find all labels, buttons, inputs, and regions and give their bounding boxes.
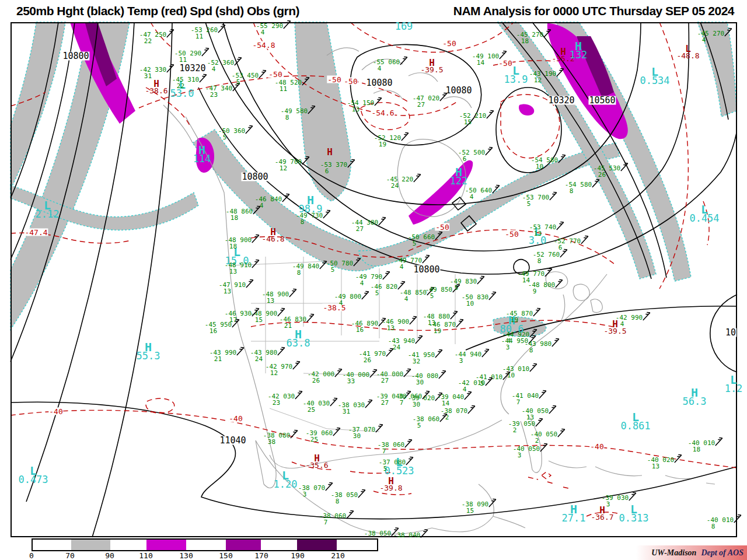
obs-station: -38 0703 [298,485,325,498]
wind-barb-icon [414,334,425,345]
speed-center-l: L13.9 [504,67,528,85]
temp-contour-label: -54.8 [252,41,275,49]
obs-station: -49 8305 [450,278,477,291]
obs-station: -38 040 [393,532,420,538]
obs-station: -55 2904 [256,23,283,36]
wind-barb-icon [539,442,550,453]
speed-center-l: L0.534 [640,68,669,86]
obs-station: -37 0805 [379,459,406,472]
obs-station: -45 31022 [172,76,199,89]
obs-station: -46 93017 [225,310,252,323]
wind-barb-icon [591,177,602,189]
temp-center-h: H-36.7 [591,507,613,521]
speed-center-h: H122 [450,169,468,186]
wind-barb-icon [282,19,294,30]
wind-barb-icon [404,455,416,467]
temp-center-h: H-35.6 [305,455,328,469]
wind-barb-icon [244,124,256,135]
temp-contour-label: -50 [327,76,341,83]
obs-station: -47 25022 [139,32,166,44]
wind-barb-icon [306,104,318,116]
obs-station: -40 08030 [411,373,438,386]
wind-barb-icon [673,453,685,464]
obs-station: -46 90013 [382,318,409,331]
speed-center-h: H63.8 [287,331,310,348]
wind-barb-icon [357,488,368,499]
obs-station: -38 03031 [338,402,365,415]
wind-barb-icon [555,220,567,232]
wind-barb-icon [619,161,631,173]
wind-barb-icon [485,108,497,120]
obs-station: -45 27018 [516,32,543,44]
colorbar-segment [337,540,377,550]
wind-barb-icon [345,509,357,520]
obs-station: -54 15013 [347,100,374,113]
obs-station: -38 09015 [462,501,488,514]
wind-barb-icon [408,314,420,326]
wind-barb-icon [543,267,555,278]
wind-barb-icon [438,91,450,103]
obs-station: -53 26011 [191,27,218,40]
height-contour-label: 10 [725,328,736,337]
speed-colorbar [32,538,378,551]
wind-barb-icon [233,55,245,67]
credit-dept: Dept of AOS [701,548,743,558]
obs-station: -38 050 [364,530,391,537]
obs-station: -42 33031 [139,66,166,79]
wind-barb-icon [301,155,312,166]
colorbar-segment [146,540,187,550]
obs-station: -49 8408 [292,263,319,276]
wind-barb-icon [250,306,262,318]
wind-barb-icon [324,481,336,492]
wind-barb-icon [723,26,735,38]
obs-station: -43 94024 [388,338,415,351]
obs-station: -52 3604 [207,60,234,72]
wind-barb-icon [437,369,449,380]
wind-barb-icon [381,270,393,281]
wind-barb-icon [438,412,450,424]
obs-station: -54 58010 [531,157,558,170]
obs-station: -46 87019 [429,321,456,334]
colorbar-tick-label: 70 [65,551,75,560]
speed-center-h: H114 [193,146,211,164]
temp-center-h: H-38.6 [145,80,167,94]
obs-station: -52 5006 [458,149,485,162]
speed-center-l: L1.2 [725,376,743,394]
wind-barb-icon [434,348,445,359]
speed-center-l: L0.861 [620,414,650,431]
temp-contour-label: -50 [343,78,358,85]
speed-center-h: H27.1 [562,506,586,523]
obs-station: -42 9904 [616,314,643,327]
wind-barb-icon [250,233,262,244]
wind-barb-icon [294,389,305,401]
obs-station: -45 22024 [386,176,413,189]
wind-barb-icon [537,388,549,400]
obs-station: -48 91013 [225,262,252,275]
obs-station: -48 52011 [275,79,302,92]
obs-station: -44 38027 [351,219,378,232]
obs-station: -49 70012 [275,159,302,172]
obs-station: -50 7805 [326,260,353,273]
obs-station: -48 86018 [226,208,253,221]
obs-station: -52 7608 [533,251,560,264]
wind-barb-icon [217,23,228,34]
temp-contour-label: -47.4 [24,229,48,236]
obs-station: -45 87019 [506,310,533,323]
wind-barb-icon [276,345,288,357]
obs-station: -50 6605 [408,234,435,247]
temp-contour-label: -50 [268,71,282,78]
wind-barb-icon [257,68,269,80]
colorbar-segment [186,540,226,550]
wind-barb-icon [484,145,495,157]
wind-barb-icon [466,404,478,415]
obs-station: -48 90018 [225,237,252,250]
colorbar-segment [261,540,297,550]
obs-station: -49 8505 [425,286,452,299]
obs-station: -50 6404 [465,187,492,200]
height-contour-label: 10320 [179,64,206,73]
obs-station: -49 7704 [395,257,422,270]
wind-barb-icon [346,158,358,169]
obs-station: -50 29011 [174,50,201,63]
wind-barb-icon [399,55,410,66]
obs-station: -38 0607 [319,513,346,526]
